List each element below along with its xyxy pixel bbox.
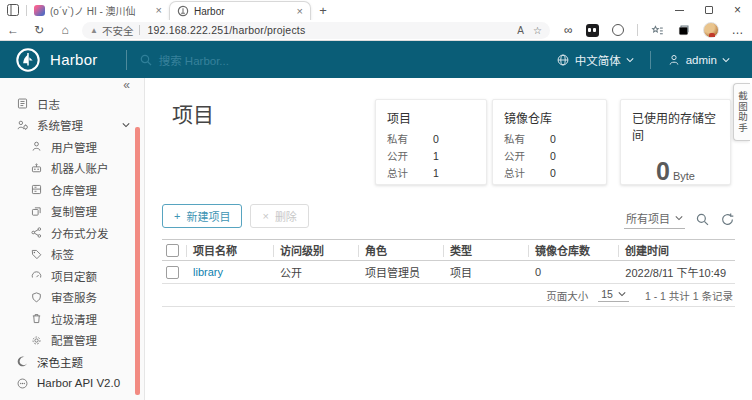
tab1-title: (o´v`)ノ HI - 澳川仙 xyxy=(50,3,151,18)
sidebar-item-logs[interactable]: 日志 xyxy=(0,93,144,115)
reload-button[interactable]: ↻ xyxy=(26,23,52,37)
sidebar-item-label: 系统管理 xyxy=(37,117,83,133)
language-dropdown[interactable]: 中文简体 xyxy=(546,52,644,68)
minimize-button[interactable] xyxy=(665,0,694,20)
favorites-bar-icon[interactable] xyxy=(651,24,664,37)
browser-tab-harbor[interactable]: Harbor × xyxy=(169,1,311,20)
url-text[interactable]: 192.168.222.251/harbor/projects xyxy=(147,24,508,36)
table-row: library 公开 项目管理员 项目 0 2022/8/11 下午10:49 xyxy=(162,261,735,284)
profile-avatar[interactable] xyxy=(703,22,719,38)
security-label[interactable]: 不安全 xyxy=(102,23,134,38)
select-all-checkbox[interactable] xyxy=(166,244,179,257)
maximize-button[interactable] xyxy=(694,0,723,20)
side-nav: « 日志 系统管理 用户管理 机器人账户 仓库管理 复制管理 分布式分发 标签 … xyxy=(0,78,145,400)
sidebar-item-label: 日志 xyxy=(37,96,60,112)
created-time-cell: 2022/8/11 下午10:49 xyxy=(618,261,735,283)
column-header[interactable]: 类型 xyxy=(443,240,528,260)
dark-extension-icon[interactable] xyxy=(586,24,599,37)
maximize-icon xyxy=(705,6,713,14)
repo-count-cell: 0 xyxy=(528,261,618,283)
collapse-nav-button[interactable]: « xyxy=(0,78,144,93)
sidebar-item-interrogation-services[interactable]: 审查服务 xyxy=(0,287,144,309)
tab2-close-icon[interactable]: × xyxy=(297,6,303,17)
sidebar-item-dark-theme[interactable]: 深色主题 xyxy=(0,351,144,373)
type-cell: 项目 xyxy=(443,261,528,283)
read-aloud-icon[interactable]: A xyxy=(517,25,524,36)
sidebar-item-label: 深色主题 xyxy=(37,354,83,370)
header-right: 中文简体 admin xyxy=(546,51,740,69)
sidebar-item-harbor-api[interactable]: Harbor API V2.0 xyxy=(0,373,144,395)
column-header[interactable]: 项目名称 xyxy=(186,240,273,260)
table-footer: 页面大小 15 1 - 1 共计 1 条记录 xyxy=(162,284,735,307)
stat-label: 私有 xyxy=(387,132,433,147)
gear-icon xyxy=(30,334,43,347)
stat-row: 公开0 xyxy=(493,148,606,165)
card-title: 项目 xyxy=(376,100,486,131)
header-divider xyxy=(126,50,127,70)
tab2-title: Harbor xyxy=(194,6,292,17)
stat-label: 公开 xyxy=(504,149,550,164)
registry-icon xyxy=(30,183,43,196)
infinity-extension-icon[interactable]: ∞ xyxy=(564,23,573,37)
header-checkbox-cell xyxy=(162,240,186,260)
tab-actions-button[interactable] xyxy=(0,0,26,20)
grid-refresh-icon[interactable] xyxy=(720,212,735,227)
browser-tab-1[interactable]: (o´v`)ノ HI - 澳川仙 × xyxy=(27,1,169,20)
username-label: admin xyxy=(686,54,717,66)
language-label: 中文简体 xyxy=(575,52,621,68)
back-button[interactable]: ← xyxy=(0,23,26,37)
project-filter-dropdown[interactable]: 所有项目 xyxy=(624,210,685,229)
page-size-label: 页面大小 xyxy=(546,288,588,303)
circle-extension-icon[interactable] xyxy=(612,24,624,36)
column-header[interactable]: 角色 xyxy=(358,240,443,260)
screenshot-helper-side-tab[interactable]: 截图助手 xyxy=(733,83,750,141)
new-project-label: 新建项目 xyxy=(186,208,230,224)
label-tag-icon xyxy=(30,248,43,261)
projects-toolbar: + 新建项目 × 删除 xyxy=(162,204,309,228)
storage-stat-card: 已使用的存储空间 0Byte xyxy=(620,99,731,185)
sidebar-item-label: 标签 xyxy=(51,246,74,262)
sidebar-scrollbar-thumb[interactable] xyxy=(135,127,140,395)
column-header[interactable]: 创建时间 xyxy=(618,240,735,260)
trash-icon xyxy=(30,312,43,325)
page-size-dropdown[interactable]: 15 xyxy=(598,288,629,302)
delete-button[interactable]: × 删除 xyxy=(250,204,308,228)
sidebar-item-administration[interactable]: 系统管理 xyxy=(0,115,144,137)
url-field[interactable]: ▲ 不安全 192.168.222.251/harbor/projects A … xyxy=(82,22,550,39)
sidebar-item-users[interactable]: 用户管理 xyxy=(0,136,144,158)
project-name-link[interactable]: library xyxy=(193,266,223,278)
new-tab-button[interactable]: + xyxy=(311,0,335,20)
tab1-close-icon[interactable]: × xyxy=(156,5,162,16)
global-search[interactable]: 搜索 Harbor... xyxy=(139,52,229,68)
column-header[interactable]: 镜像仓库数 xyxy=(528,240,618,260)
collections-icon[interactable] xyxy=(677,24,690,37)
sidebar-item-distribution[interactable]: 分布式分发 xyxy=(0,222,144,244)
storage-value: 0Byte xyxy=(621,157,730,186)
chevron-down-icon xyxy=(722,56,730,64)
sidebar-item-registries[interactable]: 仓库管理 xyxy=(0,179,144,201)
window-controls: × xyxy=(665,0,752,20)
column-header[interactable]: 访问级别 xyxy=(273,240,358,260)
new-project-button[interactable]: + 新建项目 xyxy=(162,204,242,228)
user-icon xyxy=(667,53,681,67)
sidebar-item-replications[interactable]: 复制管理 xyxy=(0,201,144,223)
close-button[interactable]: × xyxy=(723,0,752,20)
sidebar-item-project-quotas[interactable]: 项目定额 xyxy=(0,265,144,287)
card-title: 已使用的存储空间 xyxy=(621,100,730,148)
home-button[interactable]: ⌂ xyxy=(52,23,78,37)
row-checkbox-cell xyxy=(162,261,186,283)
row-checkbox[interactable] xyxy=(166,266,179,279)
access-level-cell: 公开 xyxy=(273,261,358,283)
browser-menu-icon[interactable]: … xyxy=(732,23,744,37)
sidebar-item-configuration[interactable]: 配置管理 xyxy=(0,330,144,352)
favorite-star-icon[interactable]: ☆ xyxy=(533,25,542,36)
sidebar-item-labels[interactable]: 标签 xyxy=(0,244,144,266)
user-dropdown[interactable]: admin xyxy=(657,53,740,67)
sidebar-item-robot-accounts[interactable]: 机器人账户 xyxy=(0,158,144,180)
sidebar-item-label: 机器人账户 xyxy=(51,160,109,176)
quota-gauge-icon xyxy=(30,269,43,282)
grid-search-icon[interactable] xyxy=(695,212,710,227)
sidebar-item-garbage-collection[interactable]: 垃圾清理 xyxy=(0,308,144,330)
api-icon xyxy=(16,377,29,390)
pill-divider xyxy=(139,25,140,35)
